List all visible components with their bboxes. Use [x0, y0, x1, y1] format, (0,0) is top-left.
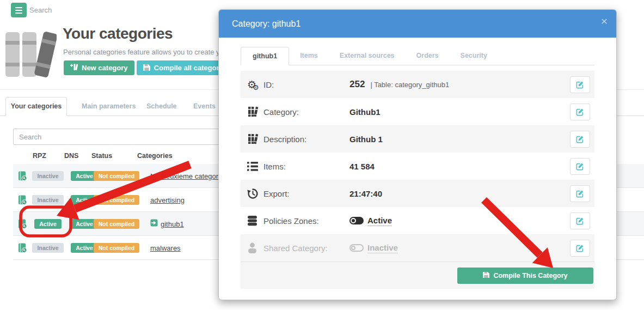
close-icon[interactable]: ×	[601, 15, 608, 27]
status-badge[interactable]: Not compiled	[94, 219, 140, 229]
modal-footer: Compile This Category	[241, 262, 594, 289]
status-badge[interactable]: Not compiled	[94, 171, 140, 181]
shared-category-toggle[interactable]: Inactive	[367, 243, 398, 253]
modal-tab-items[interactable]: Items	[289, 47, 329, 65]
field-label: Shared Category:	[263, 244, 349, 253]
field-label: Policies Zones:	[263, 216, 349, 226]
rpz-badge[interactable]: Inactive	[32, 195, 63, 205]
category-modal: Category: github1 × github1 Items Extern…	[218, 9, 617, 300]
menu-icon[interactable]	[11, 3, 27, 17]
modal-tab-orders[interactable]: Orders	[406, 47, 450, 65]
category-link[interactable]: advertising	[150, 196, 185, 204]
column-header-rpz: RPZ	[33, 152, 46, 160]
modal-row-export: Export: 21:47:40	[241, 180, 594, 207]
field-value: 252 | Table: category_github1	[349, 79, 570, 90]
rpz-badge[interactable]: Inactive	[32, 171, 63, 181]
field-value: 41 584	[349, 162, 570, 171]
compile-this-category-button[interactable]: Compile This Category	[457, 268, 593, 284]
tab-events[interactable]: Events	[193, 102, 216, 110]
modal-detail-rows: ⚙⚙ ID: 252 | Table: category_github1 Cat…	[241, 71, 594, 262]
toggle-on-icon[interactable]	[349, 217, 364, 224]
edit-icon[interactable]	[570, 131, 590, 148]
field-label: ID:	[263, 80, 349, 89]
policies-zones-toggle[interactable]: Active	[367, 216, 392, 226]
field-value: 21:47:40	[349, 189, 570, 198]
toggle-off-icon[interactable]	[349, 244, 364, 252]
column-header-categories: Categories	[137, 152, 173, 160]
field-value: Inactive	[349, 243, 570, 253]
modal-row-description: Description: Github 1	[241, 125, 594, 153]
categories-illustration	[4, 31, 57, 80]
page-title: Your categories	[63, 25, 173, 42]
page: Search Your categories Personal categori…	[0, 0, 644, 310]
rpz-badge[interactable]: Active	[34, 219, 62, 229]
modal-row-policies-zones: Policies Zones: Active	[241, 207, 594, 234]
tab-main-parameters[interactable]: Main parameters	[82, 102, 136, 110]
field-label: Items:	[263, 162, 349, 171]
field-value: Github1	[349, 107, 570, 117]
modal-row-shared-category: Shared Category: Inactive	[241, 234, 594, 262]
plus-books-icon	[70, 63, 78, 72]
list-icon	[247, 162, 263, 171]
edit-icon[interactable]	[570, 240, 590, 257]
category-link[interactable]: Ma deuxieme categorie	[150, 172, 224, 180]
tab-schedule[interactable]: Schedule	[146, 102, 177, 110]
column-header-dns: DNS	[64, 152, 78, 160]
gears-icon: ⚙⚙	[247, 80, 263, 90]
modal-row-items: Items: 41 584	[241, 153, 594, 180]
edit-icon[interactable]	[570, 104, 590, 120]
field-label: Export:	[263, 189, 349, 198]
modal-row-category: Category: Github1	[241, 98, 594, 125]
rpz-badge[interactable]: Inactive	[32, 243, 63, 253]
status-badge[interactable]: Not compiled	[94, 195, 140, 205]
category-link[interactable]: malwares	[150, 244, 181, 252]
edit-icon[interactable]	[570, 185, 590, 202]
books-icon	[247, 133, 263, 145]
modal-tab-external-sources[interactable]: External sources	[329, 47, 406, 65]
modal-title: Category: github1	[232, 19, 300, 29]
field-label: Description:	[263, 135, 349, 144]
edit-icon[interactable]	[570, 212, 590, 229]
history-icon	[247, 188, 263, 199]
column-header-status: Status	[91, 152, 112, 160]
topbar-search[interactable]: Search	[29, 6, 52, 14]
save-icon	[483, 271, 489, 279]
field-value: Active	[349, 216, 570, 226]
modal-tab-security[interactable]: Security	[450, 47, 498, 65]
field-value: Github 1	[349, 135, 570, 144]
status-badge[interactable]: Not compiled	[94, 243, 140, 253]
new-category-button[interactable]: New category	[64, 60, 134, 75]
edit-icon[interactable]	[570, 158, 590, 175]
field-label: Category:	[263, 107, 349, 117]
modal-tabs: github1 Items External sources Orders Se…	[241, 47, 594, 65]
category-link[interactable]: github1	[161, 220, 184, 228]
database-icon	[247, 215, 263, 226]
modal-header: Category: github1 ×	[219, 10, 616, 38]
modal-row-id: ⚙⚙ ID: 252 | Table: category_github1	[241, 71, 594, 98]
tab-your-categories[interactable]: Your categories	[5, 97, 67, 116]
user-icon	[247, 242, 263, 253]
save-icon	[143, 64, 150, 72]
modal-tab-github1[interactable]: github1	[241, 47, 289, 65]
edit-icon[interactable]	[570, 76, 590, 93]
sign-in-icon	[150, 219, 158, 229]
books-icon	[247, 106, 263, 118]
